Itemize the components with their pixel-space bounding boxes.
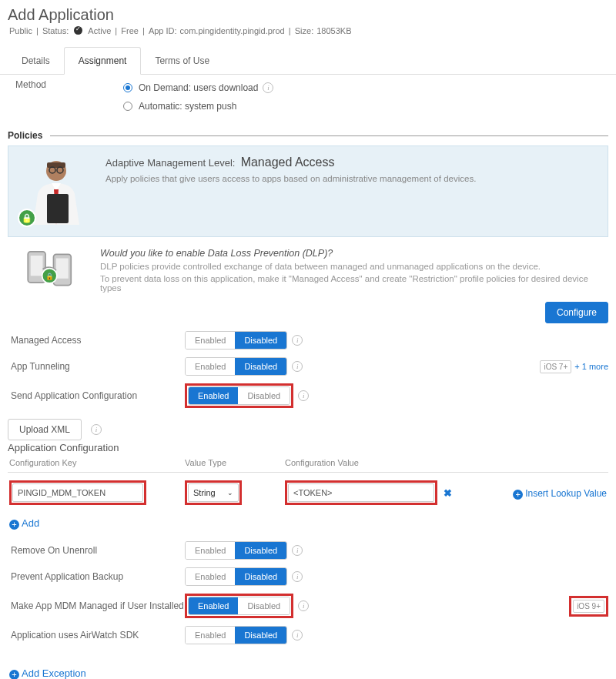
size-label: Size: [295, 26, 313, 35]
toggle-disabled[interactable]: Disabled [238, 597, 290, 614]
remove-unenroll-label: Remove On Unenroll [8, 545, 185, 556]
aml-heading: Adaptive Management Level: Managed Acces… [105, 156, 476, 169]
toggle-enabled[interactable]: Enabled [186, 332, 235, 349]
app-config-title: Application Configuration [8, 442, 608, 453]
value-type-text: String [193, 488, 216, 497]
mdm-managed-label: Make App MDM Managed if User Installed [8, 600, 185, 611]
add-exception-link[interactable]: +Add Exception [8, 663, 88, 679]
info-icon[interactable]: i [292, 545, 303, 556]
toggle-enabled[interactable]: Enabled [186, 358, 235, 375]
toggle-enabled[interactable]: Enabled [186, 568, 235, 585]
page-meta: Public | Status: Active | Free | App ID:… [8, 25, 608, 35]
config-value-input[interactable] [288, 483, 434, 502]
svg-rect-1 [47, 162, 65, 168]
svg-rect-6 [31, 256, 43, 276]
app-id-value: com.pingidentity.pingid.prod [180, 26, 285, 35]
info-icon[interactable]: i [298, 600, 309, 611]
toggle-disabled[interactable]: Disabled [235, 332, 286, 349]
info-icon[interactable]: i [292, 335, 303, 346]
toggle-enabled[interactable]: Enabled [186, 542, 235, 559]
price-label: Free [121, 26, 139, 35]
send-app-config-label: Send Application Configuration [8, 390, 185, 401]
insert-lookup-link[interactable]: +Insert Lookup Value [513, 488, 607, 499]
policies-section-title: Policies [8, 130, 50, 141]
status-label: Status: [42, 26, 69, 35]
dlp-line2: To prevent data loss on this application… [100, 274, 604, 293]
highlight-box [9, 480, 146, 505]
info-icon[interactable]: i [263, 82, 273, 93]
toggle-enabled[interactable]: Enabled [189, 387, 238, 404]
highlight-box [285, 480, 437, 505]
value-type-select[interactable]: String ⌄ [188, 483, 239, 502]
radio-icon [123, 83, 132, 92]
config-table-header: Configuration Key Value Type Configurati… [8, 453, 608, 473]
dlp-illustration: 🔒 [12, 248, 89, 293]
toggle-disabled[interactable]: Disabled [235, 568, 286, 585]
svg-rect-8 [56, 259, 69, 279]
toggle-disabled[interactable]: Disabled [235, 627, 286, 644]
airwatch-sdk-label: Application uses AirWatch SDK [8, 630, 185, 641]
divider [50, 135, 608, 136]
radio-on-demand[interactable]: On Demand: users download i [123, 82, 273, 93]
radio-automatic[interactable]: Automatic: system push [123, 101, 273, 112]
dlp-line1: DLP policies provide controlled exchange… [100, 262, 604, 271]
method-label: Method [8, 79, 108, 90]
toggle-disabled[interactable]: Disabled [235, 542, 286, 559]
highlight-box: Enabled Disabled [185, 383, 293, 408]
visibility-label: Public [9, 26, 32, 35]
send-app-config-toggle[interactable]: Enabled Disabled [188, 386, 290, 405]
app-id-label: App ID: [149, 26, 177, 35]
tab-terms[interactable]: Terms of Use [141, 48, 223, 74]
info-icon[interactable]: i [292, 361, 303, 372]
config-table-row: String ⌄ ✖ +Insert Lookup Value [8, 473, 608, 513]
policy-banner: Adaptive Management Level: Managed Acces… [8, 146, 608, 237]
ios9-tag: iOS 9+ [573, 600, 604, 613]
col-val-header: Configuration Value [285, 458, 607, 467]
airwatch-sdk-toggle[interactable]: Enabled Disabled [185, 626, 287, 644]
page-header: Add Application Public | Status: Active … [0, 0, 616, 40]
tab-assignment[interactable]: Assignment [64, 47, 142, 75]
info-icon[interactable]: i [91, 424, 102, 435]
check-icon [74, 26, 82, 35]
delete-row-button[interactable]: ✖ [444, 487, 452, 499]
lock-icon [18, 209, 36, 227]
toggle-disabled[interactable]: Disabled [238, 387, 290, 404]
highlight-box: String ⌄ [185, 480, 242, 505]
toggle-disabled[interactable]: Disabled [235, 358, 286, 375]
svg-rect-4 [47, 194, 69, 223]
tab-bar: Details Assignment Terms of Use [0, 46, 616, 75]
remove-unenroll-toggle[interactable]: Enabled Disabled [185, 541, 287, 560]
managed-access-label: Managed Access [8, 335, 185, 346]
info-icon[interactable]: i [292, 630, 303, 641]
more-link[interactable]: + 1 more [574, 362, 608, 371]
plus-icon: + [9, 670, 19, 679]
page-title: Add Application [8, 6, 608, 24]
aml-description: Apply policies that give users access to… [105, 174, 476, 183]
dlp-question: Would you like to enable Data Loss Preve… [100, 248, 604, 259]
info-icon[interactable]: i [298, 390, 309, 401]
prevent-backup-toggle[interactable]: Enabled Disabled [185, 567, 287, 586]
col-key-header: Configuration Key [9, 458, 185, 467]
ios7-tag: iOS 7+ [540, 360, 571, 373]
managed-access-toggle[interactable]: Enabled Disabled [185, 331, 287, 350]
config-key-input[interactable] [12, 483, 143, 502]
mdm-managed-toggle[interactable]: Enabled Disabled [188, 597, 290, 615]
info-icon[interactable]: i [292, 571, 303, 582]
app-tunneling-toggle[interactable]: Enabled Disabled [185, 357, 287, 376]
toggle-enabled[interactable]: Enabled [186, 627, 235, 644]
configure-button[interactable]: Configure [545, 302, 608, 323]
plus-icon: + [9, 520, 19, 530]
radio-automatic-label: Automatic: system push [139, 101, 236, 112]
add-config-link[interactable]: +Add [8, 513, 41, 534]
plus-icon: + [513, 490, 523, 500]
highlight-box: iOS 9+ [569, 596, 608, 617]
size-value: 18053KB [316, 26, 351, 35]
tab-details[interactable]: Details [8, 48, 64, 74]
avatar-illustration [18, 156, 95, 227]
highlight-box: Enabled Disabled [185, 594, 293, 618]
toggle-enabled[interactable]: Enabled [189, 597, 238, 614]
prevent-backup-label: Prevent Application Backup [8, 571, 185, 582]
upload-xml-button[interactable]: Upload XML [8, 419, 82, 440]
chevron-down-icon: ⌄ [227, 489, 233, 497]
radio-on-demand-label: On Demand: users download [139, 82, 258, 93]
